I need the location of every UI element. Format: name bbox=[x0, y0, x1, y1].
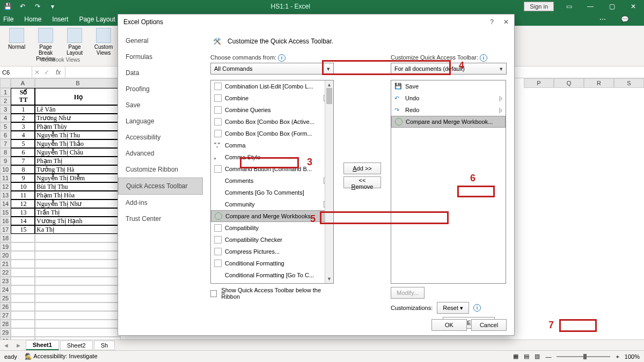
annotation-num: 4 bbox=[459, 60, 464, 71]
ribbon-page-break[interactable]: Page Break Preview bbox=[32, 28, 59, 56]
sheet-nav-prev-icon[interactable]: ◄ bbox=[0, 342, 12, 349]
zoom-slider[interactable] bbox=[557, 356, 610, 357]
ribbon-page-layout[interactable]: Page Layout bbox=[61, 28, 88, 56]
nav-formulas[interactable]: Formulas bbox=[118, 49, 203, 65]
ok-button[interactable]: OK bbox=[431, 319, 467, 331]
nav-customize-ribbon[interactable]: Customize Ribbon bbox=[118, 161, 203, 178]
zoom-out-icon[interactable]: — bbox=[545, 353, 551, 360]
nav-advanced[interactable]: Advanced bbox=[118, 145, 203, 161]
dialog-title: Excel Options bbox=[123, 18, 163, 26]
select-all[interactable] bbox=[0, 78, 11, 88]
dialog-nav: General Formulas Data Proofing Save Lang… bbox=[118, 29, 203, 335]
menu-file[interactable]: File bbox=[3, 16, 13, 23]
nav-quick-access-toolbar[interactable]: Quick Access Toolbar bbox=[118, 178, 203, 195]
menu-insert[interactable]: Insert bbox=[52, 16, 68, 23]
zoom-level[interactable]: 100% bbox=[625, 353, 640, 360]
tab-sheet3[interactable]: Sh bbox=[94, 341, 115, 350]
show-below-checkbox[interactable] bbox=[210, 290, 217, 297]
info-icon[interactable]: i bbox=[480, 54, 487, 62]
choose-commands-dropdown[interactable]: All Commands bbox=[210, 63, 334, 75]
nav-data[interactable]: Data bbox=[118, 65, 203, 81]
remove-button[interactable]: << Remove bbox=[343, 176, 381, 188]
list-item: ","Comma bbox=[211, 139, 333, 151]
nav-save[interactable]: Save bbox=[118, 97, 203, 113]
fx-cancel-icon[interactable]: ✕ bbox=[32, 69, 42, 76]
col-header[interactable]: P bbox=[524, 78, 554, 88]
titlebar: 💾 ↶ ↷ ▾ HS1:1 - Excel Sign in ▭ — ▢ ✕ bbox=[0, 0, 644, 13]
list-item: Combine▾ bbox=[211, 92, 333, 104]
col-header[interactable]: Q bbox=[554, 78, 584, 88]
tab-sheet1[interactable]: Sheet1 bbox=[26, 340, 59, 350]
close-icon[interactable]: ✕ bbox=[623, 0, 644, 13]
undo-icon[interactable]: ↶ bbox=[18, 2, 27, 11]
qat-item-save: 💾Save bbox=[391, 80, 506, 92]
save-icon[interactable]: 💾 bbox=[3, 2, 12, 11]
list-item: Conditional Formatting› bbox=[211, 257, 333, 269]
tab-sheet2[interactable]: Sheet2 bbox=[60, 341, 93, 350]
list-item: Conditional Formatting [Go To C... bbox=[211, 269, 333, 281]
col-header[interactable]: S bbox=[614, 78, 644, 88]
redo-icon: ↷ bbox=[394, 107, 402, 114]
customize-qat-dropdown[interactable]: For all documents (default) bbox=[391, 63, 507, 75]
redo-icon[interactable]: ↷ bbox=[33, 2, 42, 11]
col-header[interactable]: B bbox=[35, 78, 121, 88]
qat-item-undo: ↶Undo|› bbox=[391, 92, 506, 104]
ribbon-normal[interactable]: Normal bbox=[3, 28, 30, 56]
reset-button[interactable]: Reset ▾ bbox=[437, 302, 469, 314]
list-item: Combo Box [Combo Box (Form... bbox=[211, 128, 333, 139]
ribbon-custom-views[interactable]: Custom Views bbox=[90, 28, 117, 56]
view-pagelayout-icon[interactable]: ▤ bbox=[524, 353, 529, 360]
list-item: Connection Properties... bbox=[211, 281, 333, 284]
zoom-in-icon[interactable]: + bbox=[616, 353, 619, 360]
list-scrollbar[interactable]: ▲▼ bbox=[325, 80, 333, 283]
qat-item-compare-merge: Compare and Merge Workbook... bbox=[391, 116, 506, 128]
minimize-icon[interactable]: — bbox=[580, 0, 601, 13]
fx-icon[interactable]: fx bbox=[52, 67, 65, 78]
annotation-num: 3 bbox=[307, 157, 312, 168]
customize-qat-label: Customize Quick Access Toolbar: bbox=[391, 54, 478, 61]
sheet-nav-next-icon[interactable]: ► bbox=[12, 342, 25, 349]
sign-in-button[interactable]: Sign in bbox=[524, 2, 554, 11]
col-header[interactable]: A bbox=[11, 78, 35, 88]
commands-listbox[interactable]: Combination List-Edit [Combo L... Combin… bbox=[210, 80, 334, 284]
nav-accessibility[interactable]: Accessibility bbox=[118, 129, 203, 145]
nav-addins[interactable]: Add-ins bbox=[118, 195, 203, 211]
status-ready: eady bbox=[4, 353, 17, 360]
list-item: Comments [Go To Comments] bbox=[211, 187, 333, 198]
accessibility-status[interactable]: 🕵 Accessibility: Investigate bbox=[25, 353, 98, 360]
comments-icon[interactable]: 💬 bbox=[621, 16, 629, 23]
nav-trust-center[interactable]: Trust Center bbox=[118, 211, 203, 227]
add-button[interactable]: Add >> bbox=[343, 162, 381, 174]
qat-dropdown-icon[interactable]: ▾ bbox=[48, 2, 57, 11]
sheet-tabs: ◄ ► Sheet1 Sheet2 Sh bbox=[0, 339, 644, 350]
fx-enter-icon[interactable]: ✓ bbox=[42, 69, 52, 76]
undo-icon: ↶ bbox=[394, 95, 402, 102]
nav-general[interactable]: General bbox=[118, 33, 203, 49]
menu-page-layout[interactable]: Page Layout bbox=[79, 16, 115, 23]
list-item: Combination List-Edit [Combo L... bbox=[211, 80, 333, 92]
name-box[interactable]: C6 bbox=[0, 67, 32, 78]
qat-listbox[interactable]: 💾Save ↶Undo|› ↷Redo|› Compare and Merge … bbox=[391, 80, 506, 284]
share-icon[interactable]: ⋯ bbox=[599, 16, 606, 23]
maximize-icon[interactable]: ▢ bbox=[601, 0, 623, 13]
modify-button[interactable]: Modify... bbox=[391, 287, 425, 299]
menu-home[interactable]: Home bbox=[24, 16, 41, 23]
cancel-button[interactable]: Cancel bbox=[471, 319, 507, 331]
nav-language[interactable]: Language bbox=[118, 113, 203, 129]
col-header[interactable]: R bbox=[584, 78, 614, 88]
list-item: Community▾ bbox=[211, 198, 333, 210]
dialog-help-icon[interactable]: ? bbox=[490, 18, 494, 26]
nav-proofing[interactable]: Proofing bbox=[118, 81, 203, 97]
info-icon[interactable]: i bbox=[278, 54, 286, 62]
dialog-header: Customize the Quick Access Toolbar. bbox=[228, 38, 333, 45]
annotation-num: 5 bbox=[310, 213, 316, 225]
list-item: Combine Queries› bbox=[211, 104, 333, 116]
dialog-close-icon[interactable]: ✕ bbox=[503, 18, 509, 26]
view-normal-icon[interactable]: ▦ bbox=[513, 353, 518, 360]
ribbon-mode-icon[interactable]: ▭ bbox=[558, 0, 580, 13]
view-pagebreak-icon[interactable]: ▥ bbox=[535, 353, 540, 360]
list-item: Command Button [Command B... bbox=[211, 163, 333, 175]
list-item: Comments▾ bbox=[211, 175, 333, 187]
save-icon: 💾 bbox=[394, 83, 402, 90]
info-icon[interactable]: i bbox=[473, 304, 481, 312]
